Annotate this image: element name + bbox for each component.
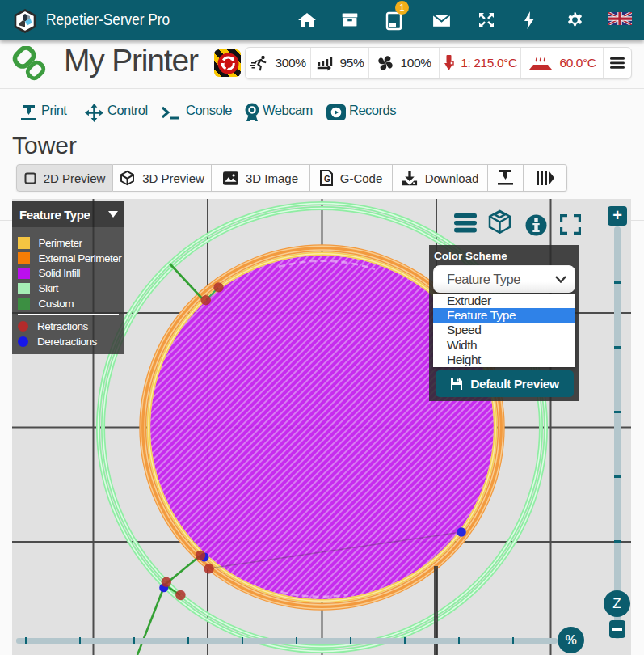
svg-text:G: G bbox=[324, 175, 330, 184]
